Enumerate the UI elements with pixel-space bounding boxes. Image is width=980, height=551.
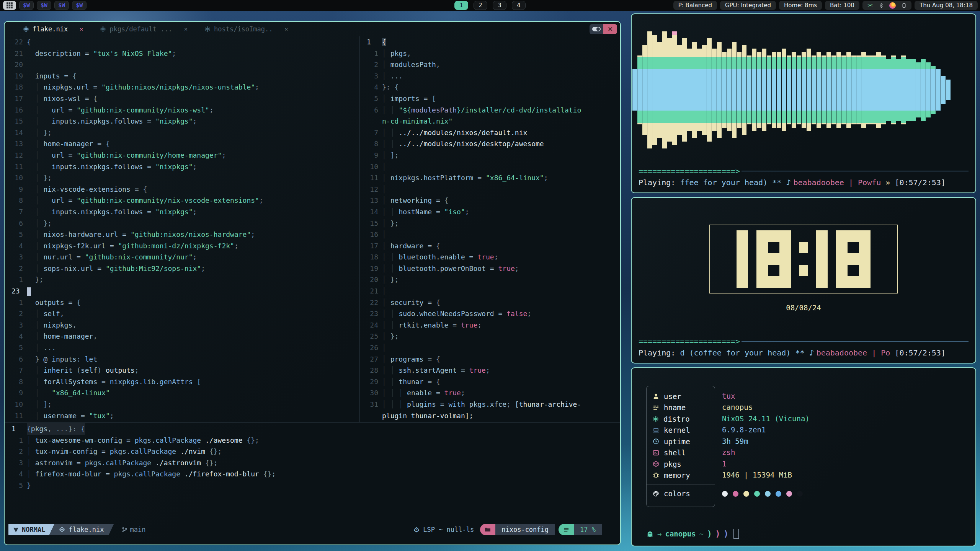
- code-line: 1 outputs = {: [5, 297, 359, 308]
- toggle-button[interactable]: [590, 24, 603, 34]
- clock-chip[interactable]: Thu Aug 08, 18:18: [915, 1, 978, 10]
- workspace-chip-2[interactable]: $W: [37, 1, 51, 10]
- code-line: 18│ │ bluetooth.enable = true;: [360, 251, 619, 263]
- code-line: plugin thunar-volman];: [360, 410, 619, 422]
- tab-hosts-isoImag-[interactable]: hosts/isoImag..✕: [204, 25, 288, 33]
- status-chip[interactable]: GPU: Integrated: [720, 1, 776, 10]
- code-line: 11 │ username = "tux";: [5, 410, 359, 422]
- uptime-icon: [653, 438, 659, 445]
- pane-separator-horizontal[interactable]: [5, 422, 620, 423]
- editor-window: flake.nix✕pkgs/default ...✕hosts/isoImag…: [4, 21, 621, 545]
- branch-icon: [122, 527, 127, 533]
- gear-icon: ⚙: [413, 526, 420, 534]
- code-line: 25│ };: [360, 331, 619, 342]
- editor-pane-pkgs[interactable]: 1{pkgs, ...}: {1│ tux-awesome-wm-config …: [5, 423, 619, 523]
- visualizer-window[interactable]: =====================> Playing: ffee for…: [631, 13, 976, 193]
- tag-list: 1234: [454, 1, 526, 10]
- mode-indicator: NORMAL: [8, 524, 54, 535]
- distro-icon: [653, 416, 659, 422]
- shell-prompt[interactable]: →canopus~))): [646, 529, 739, 539]
- editor-pane-flake[interactable]: 22{21 description = "tux's NixOS Flake";…: [5, 36, 359, 422]
- fetch-row-memory: memory: [647, 470, 715, 481]
- tab-flake-nix[interactable]: flake.nix✕: [23, 25, 83, 33]
- code-line: 5│ imports = [: [360, 93, 619, 104]
- code-line: 1 };: [5, 274, 359, 285]
- fetch-row-hname: hname: [647, 402, 715, 414]
- code-line: 4 │ home-manager,: [5, 331, 359, 342]
- fetch-value-hname: canopus: [722, 402, 810, 413]
- pane-separator-vertical[interactable]: [359, 36, 360, 422]
- status-chip[interactable]: P: Balanced: [673, 1, 717, 10]
- project-name: nixos-config: [495, 524, 555, 535]
- fetch-value-kernel: 6.9.8-zen1: [722, 424, 810, 436]
- code-line: 17 │ nixos-wsl = {: [5, 93, 359, 104]
- memory-icon: [653, 472, 659, 479]
- tab-close-icon[interactable]: ✕: [80, 26, 83, 33]
- color-dot: [743, 491, 749, 497]
- lines-icon: [559, 524, 574, 535]
- fetch-value-distro: NixOS 24.11 (Vicuna): [722, 413, 810, 424]
- status-chip[interactable]: Bat: 100: [825, 1, 859, 10]
- code-line: 4 │ nixpkgs-f2k.url = "github:moni-dz/ni…: [5, 240, 359, 252]
- code-line: 14│ │ hostName = "iso";: [360, 206, 619, 218]
- code-line: 12 │ url = "github:nix-community/home-ma…: [5, 150, 359, 161]
- status-chip[interactable]: Home: 8ms: [779, 1, 822, 10]
- code-line: 8 │ url = "github:nix-community/nix-vsco…: [5, 195, 359, 206]
- system-fetch: userhnamedistrokerneluptimeshellpkgsmemo…: [646, 386, 810, 507]
- top-bar: $W$W$W$W 1234 P: BalancedGPU: Integrated…: [0, 0, 980, 11]
- workspace-chip-1[interactable]: $W: [19, 1, 34, 10]
- scissors-icon[interactable]: ✂: [867, 2, 873, 9]
- code-line: 3 │ nixpkgs,: [5, 320, 359, 331]
- clock-digit: [816, 230, 828, 288]
- code-line: 15 │ inputs.nixpkgs.follows = "nixpkgs";: [5, 116, 359, 127]
- code-line: 23: [5, 285, 359, 297]
- user-icon: [653, 393, 659, 399]
- clock-digit: [799, 230, 808, 288]
- code-line: 4}: {: [360, 82, 619, 93]
- tag-button-4[interactable]: 4: [512, 1, 526, 10]
- fetch-row-distro: distro: [647, 413, 715, 425]
- code-line: 8 │ forAllSystems = nixpkgs.lib.genAttrs…: [5, 376, 359, 388]
- clock-digit: [737, 230, 748, 288]
- code-line: 7│ │ ../../modules/nixos/default.nix: [360, 127, 619, 139]
- tag-button-1[interactable]: 1: [454, 1, 468, 10]
- nix-snowflake-icon: [100, 26, 106, 32]
- fetch-terminal-window[interactable]: userhnamedistrokerneluptimeshellpkgsmemo…: [631, 367, 976, 546]
- tab-close-icon[interactable]: ✕: [284, 26, 288, 33]
- code-line: 22{: [5, 36, 359, 48]
- code-line: 11│ nixpkgs.hostPlatform = "x86_64-linux…: [360, 172, 619, 184]
- code-line: 5 │ ...: [5, 342, 359, 354]
- tag-button-3[interactable]: 3: [493, 1, 506, 10]
- file-label: flake.nix: [69, 526, 104, 533]
- kernel-icon: [653, 427, 659, 434]
- code-line: 18 │ nixpkgs.url = "github:nixos/nixpkgs…: [5, 82, 359, 93]
- code-line: 6 } @ inputs: let: [5, 354, 359, 365]
- bluetooth-icon[interactable]: [879, 2, 884, 9]
- launcher-button[interactable]: [3, 1, 16, 10]
- tag-button-2[interactable]: 2: [474, 1, 487, 10]
- color-dot: [722, 491, 728, 497]
- code-line: 13│ networking = {: [360, 195, 619, 206]
- scroll-percent: 17 %: [574, 524, 602, 535]
- tab-pkgs-default-[interactable]: pkgs/default ...✕: [100, 25, 188, 33]
- workspace-chip-3[interactable]: $W: [54, 1, 69, 10]
- workspace-chip-4[interactable]: $W: [72, 1, 87, 10]
- editor-pane-iso[interactable]: 1{1│ pkgs,2│ modulesPath,3│ ...4}: {5│ i…: [360, 36, 619, 422]
- code-line: 1{pkgs, ...}: {: [5, 423, 619, 435]
- fetch-value-uptime: 3h 59m: [722, 435, 810, 447]
- firefox-icon[interactable]: [889, 2, 896, 9]
- now-playing-2: Playing: d (coffee for your head) ** ♪ b…: [639, 348, 969, 357]
- desktop: { "topbar": { "launcher_icon": "grid", "…: [0, 0, 980, 551]
- code-line: 7 │ inherit (self) outputs;: [5, 365, 359, 376]
- system-tray[interactable]: ✂: [862, 1, 911, 10]
- statusline-right: ⚙ LSP ~ null-ls nixos-config 17 %: [413, 524, 602, 535]
- code-line: 2 │ self,: [5, 308, 359, 320]
- text-cursor: [27, 287, 31, 296]
- phone-icon[interactable]: [902, 2, 906, 9]
- topbar-left: $W$W$W$W: [0, 1, 87, 10]
- clock-window[interactable]: 08/08/24 =====================> Playing:…: [631, 197, 976, 364]
- fetch-values: tuxcanopusNixOS 24.11 (Vicuna)6.9.8-zen1…: [722, 386, 810, 507]
- code-line: 8│ │ ../../modules/nixos/desktop/awesome: [360, 138, 619, 150]
- window-close-button[interactable]: ✕: [603, 24, 617, 34]
- tab-close-icon[interactable]: ✕: [184, 26, 188, 33]
